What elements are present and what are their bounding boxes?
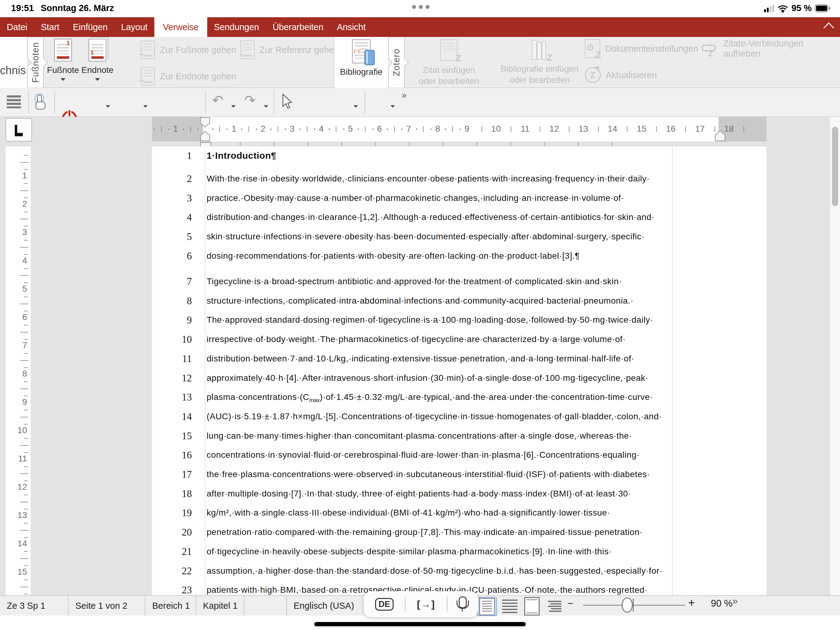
zoom-out-button[interactable]: − <box>568 598 573 609</box>
menu-tab-sendungen[interactable]: Sendungen <box>207 17 266 37</box>
doc-line[interactable]: assumption,·a·higher·dose·than·the·stand… <box>207 564 663 578</box>
zoom-slider-track[interactable] <box>583 605 685 606</box>
ruler-tick <box>416 128 417 130</box>
status-cell-seite-1-von-2[interactable]: Seite 1 von 2 <box>69 596 145 616</box>
menu-tab-überarbeiten[interactable]: Überarbeiten <box>266 17 330 37</box>
line-number: 15 <box>164 429 192 443</box>
doc-line[interactable]: of·tigecycline·in·heavily·obese·subjects… <box>207 545 612 558</box>
unlink-citations-button[interactable]: ⁎Z Zitate-Verbindungen aufheben <box>702 39 840 59</box>
new-document-caret-icon[interactable] <box>106 105 110 108</box>
dictation-mic-icon[interactable] <box>459 597 467 608</box>
doc-line[interactable]: practice.·Obesity·may·cause·a·number·of·… <box>207 192 624 205</box>
zotero-group-tab[interactable]: Zotero <box>388 37 405 88</box>
undo-icon[interactable]: ↶ <box>212 93 224 107</box>
doc-line[interactable]: lung·can·be·many·times·higher·than·conco… <box>207 429 632 443</box>
status-cell-bereich-1[interactable]: Bereich 1 <box>145 596 196 616</box>
doc-line[interactable]: plasma·concentrations·(Cmax)·of·1.45·±·0… <box>207 390 653 404</box>
menu-tab-verweise[interactable]: Verweise <box>154 17 207 37</box>
document-settings-button[interactable]: ⚙Z Dokumenteinstellungen <box>585 39 698 59</box>
insert-footnote-button[interactable]: 1 Fußnote <box>46 39 80 81</box>
vertical-ruler[interactable]: 12345678910111213141516 <box>6 146 31 595</box>
draft-view-button[interactable] <box>501 597 519 616</box>
scrollbar-thumb[interactable] <box>832 127 838 206</box>
document-page[interactable]: 11·Introduction¶2With·the·rise·in·obesit… <box>152 146 766 595</box>
menu-tab-start[interactable]: Start <box>34 17 66 37</box>
collapse-ribbon-icon[interactable] <box>823 22 834 33</box>
doc-line[interactable]: The·approved·standard·dosing·regimen·of·… <box>207 313 653 327</box>
zoom-level[interactable]: 90 % <box>711 598 733 609</box>
doc-line[interactable]: dosing·recommendations·for·patients·with… <box>207 249 579 263</box>
touch-mode-icon[interactable] <box>35 94 47 109</box>
doc-line[interactable]: the·free·plasma·concentrations·were·obse… <box>207 468 650 481</box>
doc-line[interactable]: distribution·and·changes·in·clearance·[1… <box>207 211 655 224</box>
footnotes-group-tab[interactable]: Fußnoten <box>27 37 44 88</box>
ruler-tick <box>627 127 628 132</box>
menu-tab-ansicht[interactable]: Ansicht <box>330 17 373 37</box>
doc-line[interactable]: (AUC)·is·5.19·±·1.87·h×mg/L·[5].·Concent… <box>207 410 662 423</box>
line-number: 20 <box>164 526 192 539</box>
ruler-tick <box>578 142 579 146</box>
insert-endnote-button[interactable]: 1 Endnote <box>81 39 114 81</box>
zoom-slider-thumb[interactable] <box>622 597 633 613</box>
print-layout-view-button[interactable] <box>477 597 497 616</box>
ruler-tick <box>24 381 28 382</box>
doc-line[interactable]: approximately·40·h·[4].·After·intravenou… <box>207 371 649 385</box>
status-cell-empty[interactable] <box>245 596 287 616</box>
page-view-caret-icon[interactable] <box>390 105 395 108</box>
goto-footnote-button[interactable]: → Zur Fußnote gehen <box>141 40 236 60</box>
bibliography-button[interactable]: (−) Bibliografie <box>337 40 386 77</box>
tab-stop-selector[interactable] <box>6 118 32 141</box>
menu-tab-einfügen[interactable]: Einfügen <box>66 17 114 37</box>
insert-citation-button[interactable]: Z Zitat einfügen oder bearbeiten <box>414 40 484 87</box>
insert-bibliography-button[interactable]: Z Bibliografie einfügen oder bearbeiten <box>495 40 584 85</box>
status-cell-englisch-usa-[interactable]: Englisch (USA) <box>287 596 367 616</box>
dropdown-caret-icon[interactable] <box>95 78 100 81</box>
doc-line[interactable]: With·the·rise·in·obesity·worldwide,·clin… <box>207 172 650 185</box>
doc-line[interactable]: after·multiple·dosing·[7].·In·that·study… <box>207 487 631 500</box>
doc-line[interactable]: distribution·between·7·and·10·L/kg,·indi… <box>207 352 634 366</box>
right-indent-marker[interactable] <box>714 130 726 141</box>
doc-line[interactable]: penetration·ratio·compared·with·the·rema… <box>207 526 643 539</box>
redo-icon[interactable]: ↷ <box>244 93 256 107</box>
ruler-tick <box>183 128 184 130</box>
doc-line[interactable]: skin·structure·infections·in·severe·obes… <box>207 230 644 243</box>
menu-tab-datei[interactable]: Datei <box>0 17 34 37</box>
group-label-partial: chnis <box>0 64 26 77</box>
vertical-scrollbar[interactable] <box>830 117 840 595</box>
status-overflow-icon[interactable]: » <box>733 595 737 606</box>
dropdown-caret-icon[interactable] <box>61 78 65 81</box>
outline-view-button[interactable] <box>545 597 565 616</box>
zoom-in-button[interactable]: + <box>688 596 695 609</box>
status-cell-kapitel-1[interactable]: Kapitel 1 <box>196 596 245 616</box>
multitasking-dots-icon[interactable] <box>412 5 429 9</box>
refresh-citations-button[interactable]: Z Aktualisieren <box>585 65 657 85</box>
doc-line[interactable]: kg/m²,·with·a·single·class·III·obese·ind… <box>207 506 610 519</box>
toolbar-overflow-icon[interactable]: » <box>401 90 407 100</box>
ruler-tick <box>24 296 28 297</box>
home-indicator[interactable] <box>314 622 526 626</box>
ruler-tick <box>227 128 228 130</box>
doc-line[interactable]: Tigecycline·is·a·broad-spectrum·antibiot… <box>207 275 622 288</box>
goto-reference-button[interactable]: → Zur Referenz gehen <box>240 40 339 60</box>
doc-line[interactable]: structure·infections,·complicated·intra-… <box>207 294 633 308</box>
line-number: 14 <box>164 410 192 423</box>
doc-line[interactable]: concentrations·in·synovial·fluid·or·cere… <box>207 448 639 462</box>
undo-caret-icon[interactable] <box>231 105 235 108</box>
menu-tab-layout[interactable]: Layout <box>114 17 154 37</box>
full-page-view-button[interactable] <box>523 597 541 616</box>
goto-endnote-button[interactable]: → Zur Endnote gehen <box>141 66 236 86</box>
status-cell-ze-3-sp-1[interactable]: Ze 3 Sp 1 <box>0 596 69 616</box>
horizontal-ruler[interactable]: 1234567891011121314151617181 <box>152 117 766 141</box>
redo-caret-icon[interactable] <box>264 105 268 108</box>
doc-line[interactable]: irrespective·of·body·weight.·The·pharmac… <box>207 332 626 346</box>
ruler-tick <box>24 353 28 354</box>
ruler-tick <box>656 127 657 132</box>
select-cursor-icon[interactable] <box>282 93 292 109</box>
tab-key-button[interactable]: [→] <box>417 598 435 610</box>
window-layout-caret-icon[interactable] <box>354 105 358 108</box>
doc-line[interactable]: 1·Introduction¶ <box>207 149 276 162</box>
indent-marker[interactable] <box>199 117 211 141</box>
keyboard-language-button[interactable]: DE <box>375 598 393 611</box>
open-file-caret-icon[interactable] <box>143 105 148 108</box>
hamburger-menu-icon[interactable] <box>7 95 21 108</box>
